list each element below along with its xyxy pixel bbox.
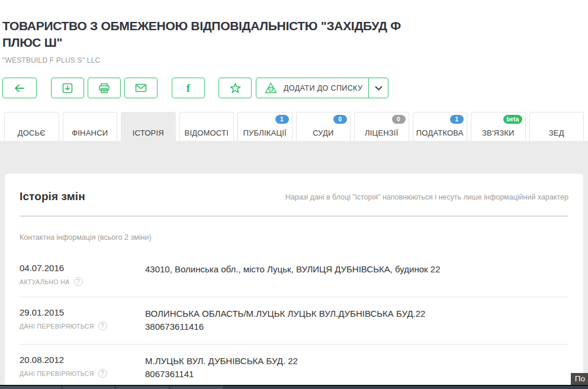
tab-label: ФІНАНСИ [72,128,108,137]
tab-badge: 1 [275,115,289,124]
download-button[interactable] [51,78,84,98]
download-icon [62,83,73,94]
history-card: Історія змін Наразі дані в блоці "історі… [5,173,583,389]
chevron-down-icon [375,86,383,91]
help-question-icon[interactable]: ? [74,277,83,286]
add-to-list-dropdown[interactable] [368,78,388,98]
taskbar-strip [0,385,588,389]
history-status-label: ДАНІ ПЕРЕВІРЯЮТЬСЯ [20,370,94,377]
page-header: ТОВАРИСТВО З ОБМЕЖЕНОЮ ВІДПОВІДАЛЬНІСТЮ … [0,18,588,146]
history-status: ДАНІ ПЕРЕВІРЯЮТЬСЯ ? [20,322,145,330]
history-heading: Історія змін [20,190,85,203]
history-value-line: 8067361141 [145,368,298,381]
tab-label: СУДИ [313,128,334,137]
history-date: 20.08.2012 [20,355,145,365]
history-row-meta: 04.07.2016 АКТУАЛЬНО НА ? [20,263,145,286]
tab-badge-beta: beta [503,115,522,124]
tab-label: ЛІЦЕНЗІЇ [365,128,399,137]
tab-label: ЗВ'ЯЗКИ [482,128,515,137]
page-title: ТОВАРИСТВО З ОБМЕЖЕНОЮ ВІДПОВІДАЛЬНІСТЮ … [2,18,417,51]
contact-section-label: Контактна інформація (всього 2 зміни) [20,233,568,242]
history-row: 29.01.2015 ДАНІ ПЕРЕВІРЯЮТЬСЯ ? ВОЛИНСЬК… [20,297,568,344]
status-bar-text: По [571,373,588,385]
history-row: 20.08.2012 ДАНІ ПЕРЕВІРЯЮТЬСЯ ? М.ЛУЦЬК … [20,344,568,389]
company-subtitle: "WESTBUILD F PLUS S" LLC [2,56,586,65]
favorite-button[interactable] [219,78,252,98]
history-rows: 04.07.2016 АКТУАЛЬНО НА ? 43010, Волинсь… [20,253,568,389]
tab-badge: 1 [450,115,464,124]
help-question-icon[interactable]: ? [98,369,107,378]
taskbar-segment [63,386,114,389]
history-row-meta: 29.01.2015 ДАНІ ПЕРЕВІРЯЮТЬСЯ ? [20,307,145,333]
tab-label: ВІДОМОСТІ [185,128,229,137]
print-button[interactable] [88,78,121,98]
envelope-icon [135,83,147,92]
facebook-share-button[interactable]: f [172,78,205,98]
tab-label: ПОДАТКОВА [416,128,464,137]
taskbar-segment [171,386,223,389]
tab-label: ДОСЬЄ [18,128,46,137]
history-value: 43010, Волинська обл., місто Луцьк, ВУЛИ… [145,263,441,286]
tab-label: ПУБЛІКАЦІЇ [243,128,287,137]
history-card-header: Історія змін Наразі дані в блоці "історі… [20,173,568,203]
history-value-line: ВОЛИНСЬКА ОБЛАСТЬ/М.ЛУЦЬК ЛУЦЬК ВУЛ.ДУБН… [145,307,425,320]
history-value: ВОЛИНСЬКА ОБЛАСТЬ/М.ЛУЦЬК ЛУЦЬК ВУЛ.ДУБН… [145,307,425,333]
tab-label: ЗЕД [549,128,564,137]
content-background: Історія змін Наразі дані в блоці "історі… [0,141,588,389]
heading-divider [20,216,568,217]
printer-icon [98,83,110,94]
add-to-list-button[interactable]: ДОДАТИ ДО СПИСКУ [256,78,388,98]
star-icon [230,83,241,94]
history-date: 04.07.2016 [20,263,145,273]
tab-badge: 0 [392,115,406,124]
tab-label: ІСТОРІЯ [133,128,164,137]
history-value-line: 380673611416 [145,320,425,333]
history-status-label: АКТУАЛЬНО НА [20,278,70,285]
history-row-meta: 20.08.2012 ДАНІ ПЕРЕВІРЯЮТЬСЯ ? [20,355,145,381]
add-to-list-label: ДОДАТИ ДО СПИСКУ [284,84,362,92]
back-arrow-icon [14,84,25,92]
history-status-label: ДАНІ ПЕРЕВІРЯЮТЬСЯ [20,323,94,330]
add-to-list-main[interactable]: ДОДАТИ ДО СПИСКУ [256,82,368,94]
history-status: АКТУАЛЬНО НА ? [20,277,145,286]
history-value: М.ЛУЦЬК ВУЛ. ДУБНІВСЬКА БУД. 22 80673611… [145,355,298,381]
history-value-line: 43010, Волинська обл., місто Луцьк, ВУЛИ… [145,263,441,276]
history-date: 29.01.2015 [20,307,145,317]
email-button[interactable] [124,78,158,98]
history-row: 04.07.2016 АКТУАЛЬНО НА ? 43010, Волинсь… [20,253,568,297]
toolbar: f ДОДАТИ ДО СПИСКУ [2,78,586,98]
history-status: ДАНІ ПЕРЕВІРЯЮТЬСЯ ? [20,369,145,378]
watch-triangle-icon [265,82,277,94]
tab-badge: 0 [333,115,347,124]
back-button[interactable] [2,78,37,98]
history-note: Наразі дані в блоці "історія" наповнюють… [285,193,568,201]
history-value-line: М.ЛУЦЬК ВУЛ. ДУБНІВСЬКА БУД. 22 [145,355,298,368]
help-question-icon[interactable]: ? [98,322,107,330]
taskbar-segment [0,386,61,389]
taskbar-segment [116,386,169,389]
facebook-icon: f [187,82,190,95]
